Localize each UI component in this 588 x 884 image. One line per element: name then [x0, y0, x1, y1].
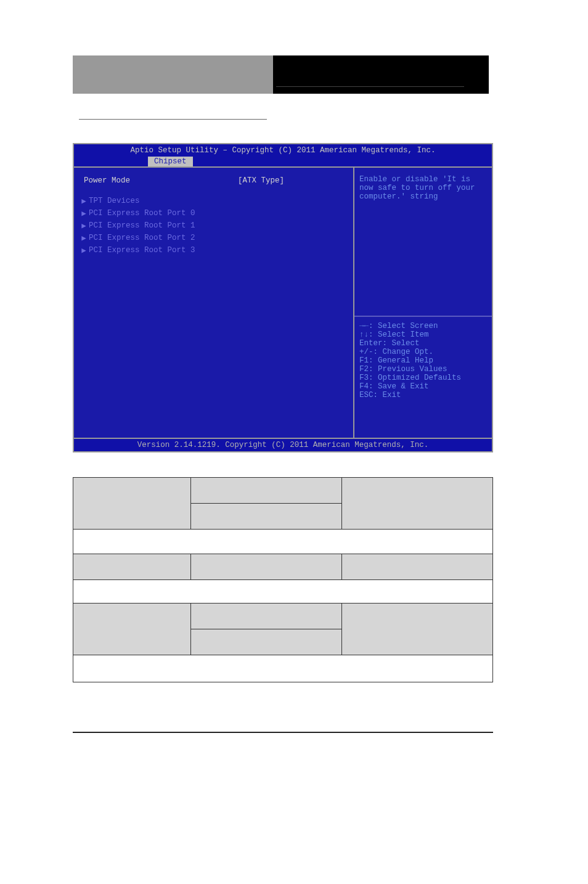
- options-table: [73, 477, 493, 682]
- help-divider: [354, 316, 492, 317]
- submenu-pci-root-1[interactable]: ▶ PCI Express Root Port 1: [79, 219, 348, 232]
- submenu-pci-root-3[interactable]: ▶ PCI Express Root Port 3: [79, 244, 348, 256]
- setting-value: [ATX Type]: [238, 176, 284, 185]
- spacer: [359, 399, 487, 430]
- table-row: [73, 580, 493, 604]
- key-help-line: F3: Optimized Defaults: [359, 374, 487, 382]
- setting-label: Power Mode: [84, 176, 238, 185]
- key-help-line: →←: Select Screen: [359, 322, 487, 330]
- bios-tab-bar: Chipset: [74, 157, 492, 166]
- header-underline: [79, 119, 267, 120]
- bios-right-pane: Enable or disable 'It is now safe to tur…: [354, 168, 492, 438]
- option-name-cell: [73, 554, 191, 580]
- page-header-left: [73, 55, 273, 94]
- key-help-line: F1: General Help: [359, 356, 487, 365]
- option-choice-cell: [190, 629, 341, 655]
- chevron-right-icon: ▶: [79, 208, 89, 218]
- key-help-line: F4: Save & Exit: [359, 382, 487, 391]
- page-header: [73, 55, 489, 94]
- bios-title: Aptio Setup Utility – Copyright (C) 2011…: [74, 144, 492, 157]
- option-choice-cell: [190, 604, 341, 629]
- bios-screen: Aptio Setup Utility – Copyright (C) 2011…: [73, 143, 493, 452]
- table-row: [73, 478, 493, 504]
- key-help-line: ↑↓: Select Item: [359, 330, 487, 339]
- key-help-line: ESC: Exit: [359, 391, 487, 399]
- option-note-cell: [73, 580, 493, 604]
- chevron-right-icon: ▶: [79, 233, 89, 243]
- option-choice-cell: [190, 554, 341, 580]
- option-choice-cell: [190, 504, 341, 530]
- bios-left-pane: Power Mode [ATX Type] ▶ TPT Devices ▶ PC…: [74, 168, 354, 438]
- page-header-right: [273, 55, 489, 94]
- page-footer-rule: [73, 732, 493, 733]
- option-desc-cell: [341, 478, 492, 530]
- table-row: [73, 530, 493, 554]
- option-choice-cell: [190, 478, 341, 504]
- header-underline-right: [276, 86, 464, 87]
- key-help-line: +/-: Change Opt.: [359, 348, 487, 356]
- key-help-line: F2: Previous Values: [359, 365, 487, 374]
- key-help-list: →←: Select Screen ↑↓: Select Item Enter:…: [359, 322, 487, 399]
- tab-chipset[interactable]: Chipset: [148, 157, 193, 166]
- chevron-right-icon: ▶: [79, 245, 89, 255]
- table-row: [73, 554, 493, 580]
- option-desc-cell: [341, 554, 492, 580]
- bios-help-text: Enable or disable 'It is now safe to tur…: [359, 175, 487, 311]
- submenu-pci-root-2[interactable]: ▶ PCI Express Root Port 2: [79, 232, 348, 244]
- submenu-label: PCI Express Root Port 2: [89, 234, 195, 242]
- bios-footer: Version 2.14.1219. Copyright (C) 2011 Am…: [74, 438, 492, 451]
- chevron-right-icon: ▶: [79, 221, 89, 231]
- submenu-tpt-devices[interactable]: ▶ TPT Devices: [79, 195, 348, 207]
- submenu-label: PCI Express Root Port 0: [89, 209, 195, 218]
- spacer: [79, 186, 348, 195]
- chevron-right-icon: ▶: [79, 196, 89, 206]
- table-row: [73, 604, 493, 629]
- submenu-pci-root-0[interactable]: ▶ PCI Express Root Port 0: [79, 207, 348, 219]
- submenu-label: PCI Express Root Port 1: [89, 221, 195, 230]
- option-note-cell: [73, 530, 493, 554]
- option-name-cell: [73, 604, 191, 655]
- option-note-cell: [73, 655, 493, 682]
- submenu-label: PCI Express Root Port 3: [89, 246, 195, 255]
- option-name-cell: [73, 478, 191, 530]
- option-desc-cell: [341, 604, 492, 655]
- table-row: [73, 655, 493, 682]
- bios-setting-power-mode[interactable]: Power Mode [ATX Type]: [79, 175, 348, 186]
- submenu-label: TPT Devices: [89, 197, 140, 205]
- bios-body: Power Mode [ATX Type] ▶ TPT Devices ▶ PC…: [74, 166, 492, 438]
- key-help-line: Enter: Select: [359, 339, 487, 348]
